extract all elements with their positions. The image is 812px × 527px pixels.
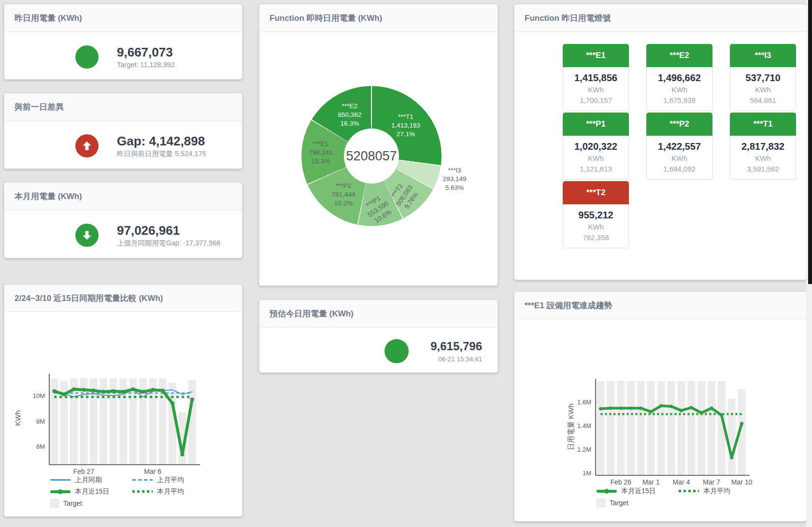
scrollbar-thumb[interactable]: [808, 0, 812, 284]
legend-label: 上月平均: [157, 476, 184, 484]
status-circle: [385, 339, 409, 363]
arrow-down-icon: [81, 229, 93, 242]
svg-text:1.6M: 1.6M: [577, 399, 591, 406]
legend-marker-line: [50, 479, 71, 481]
panel-today-estimate: 預估今日用電量 (KWh) 9,615,796 06-21 15:34:41: [259, 299, 498, 373]
tile-unit: KWh: [648, 84, 711, 95]
legend-marker-thick: [597, 490, 617, 493]
tile-body: 1,496,662KWh1,675,939: [646, 67, 712, 111]
light-tile-grid: ***E11,415,856KWh1,700,157***E21,496,662…: [563, 44, 796, 248]
donut-slice-label: ***T11,413,18327.1%: [391, 113, 420, 138]
stat-subtitle: 06-21 15:34:41: [430, 354, 482, 364]
panel-e1-trend: ***E1 設備用電達成趨勢 日用電量 KWh 1M1.2M1.4M1.6MFe…: [514, 291, 807, 522]
tile-body: 537,710KWh584,861: [730, 67, 796, 111]
tile-value: 1,496,662: [648, 71, 711, 84]
panel-15day-compare: 2/24~3/10 近15日同期用電量比較 (KWh) KWh 6M8M10MF…: [4, 284, 242, 517]
tile-status-header: ***T1: [730, 113, 796, 136]
panel-yesterday-usage: 昨日用電量 (KWh) 9,667,073 Target: 11,128,992: [4, 4, 242, 80]
tile-target-value: 762,358: [564, 232, 627, 243]
tile-unit: KWh: [648, 153, 711, 164]
legend-item[interactable]: 本月平均: [132, 487, 214, 496]
legend-item[interactable]: Target: [50, 499, 132, 508]
stat-value: Gap: 4,142,898: [117, 133, 206, 149]
legend-item[interactable]: 上月平均: [132, 475, 214, 484]
panel-realtime-donut: Function 即時日用電量 (KWh) 5208057 ***T11,413…: [259, 4, 498, 286]
legend-marker-dots: [132, 490, 153, 493]
legend-label: 上月同期: [75, 476, 102, 484]
legend-label: 本月近15日: [621, 487, 656, 496]
legend-item[interactable]: 本月平均: [679, 486, 761, 496]
legend-marker-dot: [58, 489, 63, 494]
stat-value: 9,667,073: [117, 44, 175, 59]
panel-title: Function 即時日用電量 (KWh): [270, 14, 382, 23]
tile-target-value: 1,700,157: [564, 95, 627, 106]
legend-label: Target: [63, 499, 82, 507]
dashboard-page: 昨日用電量 (KWh) 9,667,073 Target: 11,128,992…: [0, 0, 812, 527]
legend-item[interactable]: 上月同期: [50, 475, 132, 484]
light-tile-P1: ***P11,020,322KWh1,121,613: [563, 113, 629, 180]
status-circle: [75, 45, 99, 69]
panel-header: Function 昨日用電燈號: [514, 4, 806, 32]
legend-item[interactable]: 本月近15日: [597, 486, 679, 496]
panel-header: ***E1 設備用電達成趨勢: [514, 292, 806, 319]
legend-label: 本月近15日: [75, 487, 110, 496]
y-axis-label: 日用電量 KWh: [567, 379, 576, 475]
svg-text:Mar 4: Mar 4: [673, 478, 690, 486]
legend-marker-square: [597, 499, 605, 507]
svg-text:Mar 10: Mar 10: [731, 478, 753, 486]
panel-title: ***E1 設備用電達成趨勢: [525, 301, 612, 310]
legend-marker-square: [50, 499, 59, 508]
svg-text:1.4M: 1.4M: [577, 422, 591, 429]
svg-text:Feb 27: Feb 27: [73, 468, 95, 475]
panel-header: 本月用電量 (KWh): [4, 183, 242, 210]
tile-status-header: ***P2: [646, 113, 712, 136]
panel-title: Function 昨日用電燈號: [525, 14, 611, 23]
tile-value: 955,212: [564, 209, 627, 221]
light-tile-E1: ***E11,415,856KWh1,700,157: [563, 44, 629, 111]
tile-status-header: ***E1: [563, 44, 629, 67]
tile-value: 1,422,557: [648, 140, 711, 153]
stat-row: 9,615,796 06-21 15:34:41: [259, 328, 498, 375]
donut-slice-label: ***T2508,0839.76%: [387, 179, 422, 213]
tile-body: 1,422,557KWh1,684,092: [646, 136, 712, 180]
light-tile-E2: ***E21,496,662KWh1,675,939: [646, 44, 712, 111]
stat-row: 97,026,961 上個月同期用電Gap: -17,377,566: [4, 210, 242, 260]
panel-header: 2/24~3/10 近15日同期用電量比較 (KWh): [4, 285, 242, 312]
tile-value: 1,020,322: [564, 140, 627, 153]
legend-item[interactable]: 本月近15日: [50, 487, 132, 496]
donut-slice-label: ***P2791,44415.2%: [332, 182, 356, 207]
stat-row: Gap: 4,142,898 昨日與前日用電量 5,524,175: [4, 121, 242, 171]
tile-unit: KWh: [731, 153, 795, 164]
legend-marker-dots: [679, 490, 699, 492]
legend-item[interactable]: Target: [597, 498, 679, 507]
panel-prev-day-gap: 與前一日差異 Gap: 4,142,898 昨日與前日用電量 5,524,175: [4, 93, 242, 169]
svg-text:8M: 8M: [36, 418, 45, 425]
tile-target-value: 584,861: [731, 95, 795, 106]
panel-title: 本月用電量 (KWh): [14, 192, 82, 201]
donut-center: 5208057: [344, 128, 399, 184]
svg-text:1.2M: 1.2M: [577, 446, 591, 453]
stat-subtitle: Target: 11,128,992: [117, 59, 175, 70]
tile-status-header: ***T2: [563, 181, 629, 204]
panel-header: 與前一日差異: [4, 93, 242, 121]
svg-text:10M: 10M: [33, 392, 45, 399]
tile-target-value: 1,675,939: [648, 95, 711, 106]
donut-chart: 5208057 ***T11,413,18327.1%***I3293,1495…: [301, 86, 442, 226]
stat-row: 9,667,073 Target: 11,128,992: [4, 32, 242, 82]
panel-title: 與前一日差異: [14, 102, 64, 112]
tile-value: 1,415,856: [564, 71, 627, 84]
donut-slice-label: ***I3293,1495.63%: [443, 166, 467, 192]
stat-subtitle: 上個月同期用電Gap: -17,377,566: [117, 238, 220, 248]
panel-title: 2/24~3/10 近15日同期用電量比較 (KWh): [14, 294, 163, 303]
legend-marker-dot: [604, 489, 609, 494]
panel-header: 昨日用電量 (KWh): [4, 4, 242, 32]
panel-header: Function 即時日用電量 (KWh): [259, 4, 498, 32]
svg-text:6M: 6M: [36, 443, 45, 450]
stat-subtitle: 昨日與前日用電量 5,524,175: [117, 149, 206, 159]
legend-label: Target: [610, 499, 628, 507]
legend-marker-thick: [50, 490, 71, 493]
tile-target-value: 1,684,092: [648, 164, 711, 174]
light-tile-P2: ***P21,422,557KWh1,684,092: [646, 113, 712, 180]
legend-label: 本月平均: [157, 487, 184, 496]
tile-unit: KWh: [731, 84, 795, 95]
